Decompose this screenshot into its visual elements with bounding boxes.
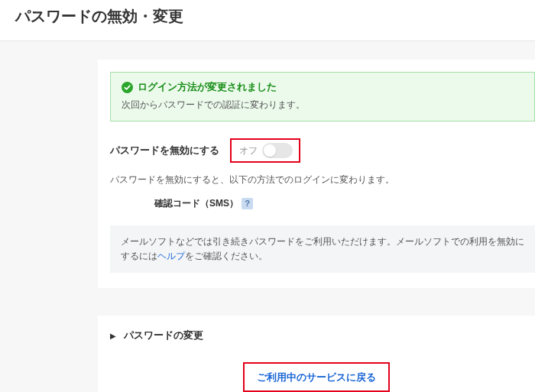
password-change-toggle[interactable]: ▶ パスワードの変更 — [110, 329, 535, 342]
spacer — [0, 288, 535, 316]
return-to-service-link[interactable]: ご利用中のサービスに戻る — [257, 371, 376, 383]
success-banner: ログイン方法が変更されました 次回からパスワードでの認証に変わります。 — [110, 72, 535, 121]
sms-method-row: 確認コード（SMS） ? — [110, 197, 535, 210]
return-section: ご利用中のサービスに戻る — [98, 358, 535, 392]
disable-description: パスワードを無効にすると、以下の方法でのログインに変わります。 — [110, 173, 535, 186]
toggle-highlight-box: オフ — [230, 138, 300, 163]
toggle-knob — [264, 144, 276, 157]
disable-password-toggle[interactable] — [262, 143, 293, 158]
success-row: ログイン方法が変更されました — [122, 80, 524, 94]
help-link[interactable]: ヘルプ — [157, 251, 185, 261]
page-header: パスワードの無効・変更 — [0, 0, 535, 41]
sms-label: 確認コード（SMS） — [154, 197, 238, 210]
success-subtext: 次回からパスワードでの認証に変わります。 — [122, 99, 524, 112]
disable-password-label: パスワードを無効にする — [110, 144, 219, 157]
page-title: パスワードの無効・変更 — [15, 6, 520, 27]
password-change-label: パスワードの変更 — [124, 329, 203, 342]
check-circle-icon — [122, 82, 133, 93]
expand-icon: ▶ — [110, 332, 116, 340]
help-icon[interactable]: ? — [242, 198, 253, 209]
content-area: ログイン方法が変更されました 次回からパスワードでの認証に変わります。 パスワー… — [0, 41, 535, 392]
disable-password-row: パスワードを無効にする オフ — [110, 138, 535, 163]
password-disable-card: ログイン方法が変更されました 次回からパスワードでの認証に変わります。 パスワー… — [98, 60, 535, 288]
toggle-state-text: オフ — [239, 144, 258, 157]
info-box: メールソフトなどでは引き続きパスワードをご利用いただけます。メールソフトでの利用… — [110, 225, 535, 273]
success-title: ログイン方法が変更されました — [138, 80, 277, 94]
return-highlight-box: ご利用中のサービスに戻る — [243, 362, 390, 392]
info-text-2: をご確認ください。 — [185, 251, 268, 261]
password-change-card: ▶ パスワードの変更 — [98, 316, 535, 358]
svg-point-0 — [122, 82, 133, 93]
